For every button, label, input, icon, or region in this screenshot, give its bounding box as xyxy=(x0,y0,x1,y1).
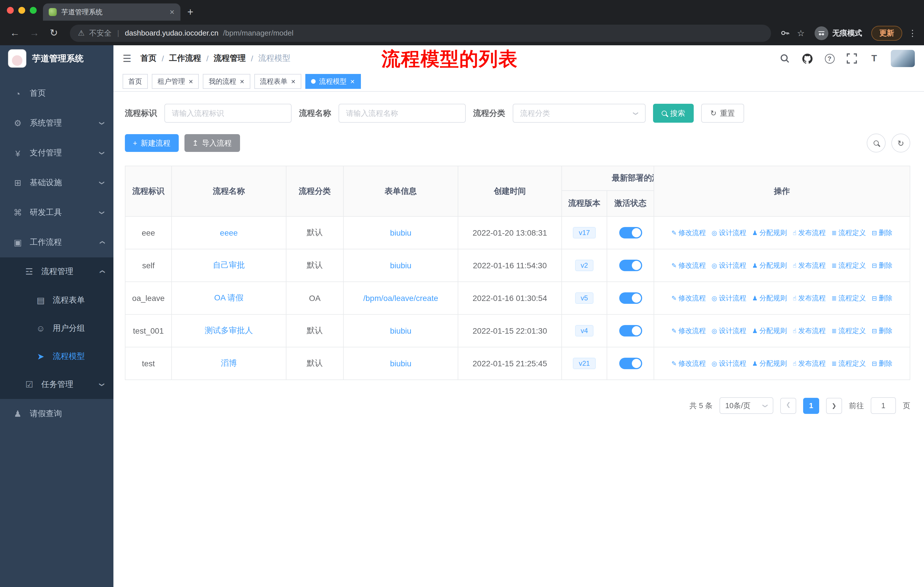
tag-我的流程[interactable]: 我的流程✕ xyxy=(203,74,250,89)
refresh-table-button[interactable]: ↻ xyxy=(891,134,910,152)
tag-close-icon[interactable]: ✕ xyxy=(188,78,193,84)
sidebar-item-workflow[interactable]: ▣工作流程❯ xyxy=(0,228,114,257)
tag-close-icon[interactable]: ✕ xyxy=(240,78,244,84)
password-key-icon[interactable] xyxy=(779,27,790,39)
publish-process-link[interactable]: ☝发布流程 xyxy=(793,359,826,369)
page-number-current[interactable]: 1 xyxy=(803,398,819,413)
import-process-button[interactable]: ↥ 导入流程 xyxy=(184,134,240,152)
new-tab-button[interactable]: + xyxy=(187,6,193,21)
sidebar-item-infrastructure[interactable]: ⊞基础设施❯ xyxy=(0,168,114,198)
active-toggle[interactable] xyxy=(619,325,642,336)
assign-rule-link[interactable]: ♟分配规则 xyxy=(752,228,787,238)
process-name-link[interactable]: 测试多审批人 xyxy=(205,326,253,335)
prev-page-button[interactable]: ❯ xyxy=(780,398,796,413)
tag-close-icon[interactable]: ✕ xyxy=(291,78,296,84)
github-icon[interactable] xyxy=(802,53,813,64)
assign-rule-link[interactable]: ♟分配规则 xyxy=(752,326,787,336)
minimize-window-button[interactable] xyxy=(18,7,25,14)
delete-process-link[interactable]: ⊟删除 xyxy=(871,326,892,336)
logo-row[interactable]: 芋道管理系统 xyxy=(0,45,114,72)
incognito-badge[interactable]: 无痕模式 xyxy=(815,26,862,40)
delete-process-link[interactable]: ⊟删除 xyxy=(871,359,892,369)
process-definition-link[interactable]: ≣流程定义 xyxy=(832,326,866,336)
assign-rule-link[interactable]: ♟分配规则 xyxy=(752,293,787,303)
edit-process-link[interactable]: ✎修改流程 xyxy=(672,228,706,238)
breadcrumb-item[interactable]: 首页 xyxy=(140,53,157,64)
tag-流程表单[interactable]: 流程表单✕ xyxy=(254,74,302,89)
design-process-link[interactable]: ◎设计流程 xyxy=(712,326,746,336)
version-tag[interactable]: v2 xyxy=(575,260,594,271)
goto-page-input[interactable] xyxy=(871,397,896,414)
reload-button[interactable]: ↻ xyxy=(46,27,62,39)
sidebar-item-leave-query[interactable]: ♟请假查询 xyxy=(0,399,114,429)
active-toggle[interactable] xyxy=(619,293,642,304)
publish-process-link[interactable]: ☝发布流程 xyxy=(793,261,826,271)
assign-rule-link[interactable]: ♟分配规则 xyxy=(752,261,787,271)
create-process-button[interactable]: + 新建流程 xyxy=(125,134,178,152)
version-tag[interactable]: v21 xyxy=(573,358,596,369)
process-definition-link[interactable]: ≣流程定义 xyxy=(832,228,866,238)
publish-process-link[interactable]: ☝发布流程 xyxy=(793,228,826,238)
browser-menu-icon[interactable]: ⋮ xyxy=(908,28,917,38)
edit-process-link[interactable]: ✎修改流程 xyxy=(672,359,706,369)
collapse-sidebar-icon[interactable]: ☰ xyxy=(122,53,132,64)
tag-close-icon[interactable]: ✕ xyxy=(350,78,355,84)
process-name-link[interactable]: OA 请假 xyxy=(214,293,244,302)
bookmark-star-icon[interactable]: ☆ xyxy=(794,28,808,38)
breadcrumb-item[interactable]: 工作流程 xyxy=(169,53,201,64)
sidebar-item-process-form[interactable]: ▤流程表单 xyxy=(0,286,114,314)
form-info-link[interactable]: biubiu xyxy=(390,228,412,237)
zoom-window-button[interactable] xyxy=(30,7,37,14)
process-name-link[interactable]: eeee xyxy=(220,228,238,237)
assign-rule-link[interactable]: ♟分配规则 xyxy=(752,359,787,369)
delete-process-link[interactable]: ⊟删除 xyxy=(871,293,892,303)
sidebar-item-user-group[interactable]: ☺用户分组 xyxy=(0,314,114,342)
reset-button[interactable]: ↻ 重置 xyxy=(701,104,744,123)
process-definition-link[interactable]: ≣流程定义 xyxy=(832,359,866,369)
design-process-link[interactable]: ◎设计流程 xyxy=(712,293,746,303)
sidebar-item-process-management[interactable]: ☲流程管理❯ xyxy=(0,257,114,286)
close-window-button[interactable] xyxy=(7,7,14,14)
tag-流程模型[interactable]: 流程模型✕ xyxy=(305,74,361,89)
version-tag[interactable]: v5 xyxy=(575,293,594,304)
sidebar-item-system-management[interactable]: ⚙系统管理❯ xyxy=(0,108,114,138)
next-page-button[interactable]: ❯ xyxy=(826,398,842,413)
form-info-link[interactable]: /bpm/oa/leave/create xyxy=(363,293,438,303)
browser-tab[interactable]: 芋道管理系统 ✕ xyxy=(43,3,180,21)
form-info-link[interactable]: biubiu xyxy=(390,261,412,270)
design-process-link[interactable]: ◎设计流程 xyxy=(712,359,746,369)
process-name-link[interactable]: 滔博 xyxy=(221,358,237,367)
sidebar-item-process-model[interactable]: ➤流程模型 xyxy=(0,342,114,370)
search-icon[interactable] xyxy=(779,53,790,64)
help-icon[interactable]: ? xyxy=(824,53,835,64)
sidebar-item-payment-management[interactable]: ¥支付管理❯ xyxy=(0,138,114,168)
font-size-icon[interactable]: T xyxy=(868,53,880,64)
process-category-select[interactable]: 流程分类 ❯ xyxy=(513,104,645,123)
back-button[interactable]: ← xyxy=(7,27,23,39)
process-name-link[interactable]: 自己审批 xyxy=(213,260,245,270)
sidebar-item-home[interactable]: ◔首页 xyxy=(0,79,114,108)
address-bar[interactable]: ⚠ 不安全 | dashboard.yudao.iocoder.cn /bpm/… xyxy=(70,24,771,41)
design-process-link[interactable]: ◎设计流程 xyxy=(712,228,746,238)
process-definition-link[interactable]: ≣流程定义 xyxy=(832,261,866,271)
edit-process-link[interactable]: ✎修改流程 xyxy=(672,261,706,271)
tag-首页[interactable]: 首页 xyxy=(122,74,148,89)
process-key-input[interactable] xyxy=(164,104,292,123)
edit-process-link[interactable]: ✎修改流程 xyxy=(672,293,706,303)
sidebar-item-task-management[interactable]: ☑任务管理❯ xyxy=(0,370,114,399)
forward-button[interactable]: → xyxy=(26,27,42,39)
design-process-link[interactable]: ◎设计流程 xyxy=(712,261,746,271)
active-toggle[interactable] xyxy=(619,358,642,369)
tab-close-icon[interactable]: ✕ xyxy=(170,8,175,16)
delete-process-link[interactable]: ⊟删除 xyxy=(871,228,892,238)
form-info-link[interactable]: biubiu xyxy=(390,326,412,336)
process-name-input[interactable] xyxy=(338,104,466,123)
chrome-update-button[interactable]: 更新 xyxy=(871,25,902,40)
publish-process-link[interactable]: ☝发布流程 xyxy=(793,326,826,336)
form-info-link[interactable]: biubiu xyxy=(390,359,412,368)
edit-process-link[interactable]: ✎修改流程 xyxy=(672,326,706,336)
fullscreen-icon[interactable] xyxy=(846,53,858,64)
breadcrumb-item[interactable]: 流程管理 xyxy=(214,53,246,64)
active-toggle[interactable] xyxy=(619,260,642,271)
sidebar-item-dev-tools[interactable]: ⌘研发工具❯ xyxy=(0,198,114,228)
